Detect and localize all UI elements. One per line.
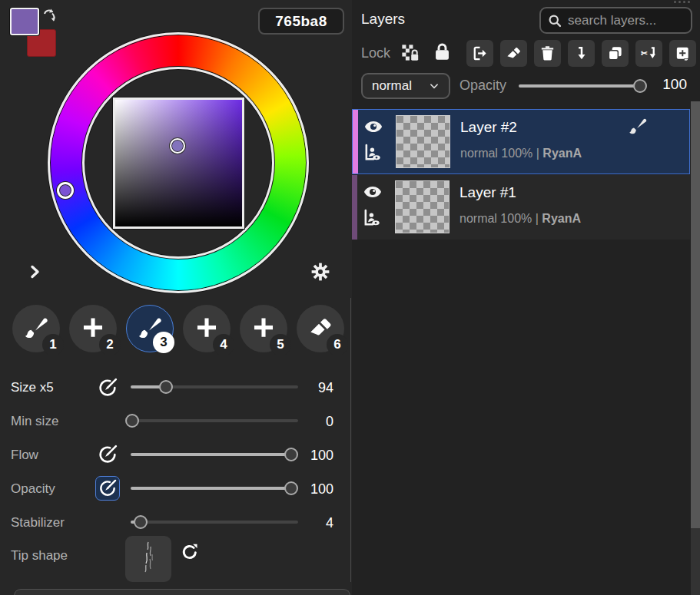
sv-marker[interactable] — [170, 138, 185, 154]
pen-pressure-icon-active[interactable] — [95, 476, 120, 501]
user-color-stripe — [352, 175, 357, 240]
saturation-value-square[interactable] — [113, 98, 244, 229]
layers-panel-title: Layers — [361, 11, 405, 28]
merge-down-icon — [572, 45, 590, 62]
delete-layer-button[interactable] — [534, 40, 561, 67]
opacity-label: Opacity — [11, 481, 55, 497]
hex-color-field[interactable]: 765ba8 — [258, 8, 344, 35]
layers-panel: Layers Lock — [352, 0, 700, 595]
slider-handle[interactable] — [159, 380, 173, 394]
slot-number-badge: 6 — [327, 334, 348, 355]
slider-handle[interactable] — [633, 79, 647, 93]
layer-opacity-slider[interactable] — [519, 84, 640, 88]
brush-slot-3-selected[interactable]: 3 — [126, 305, 174, 352]
layer-name[interactable]: Layer #1 — [459, 184, 516, 201]
cut-merge-icon: ✂ — [640, 45, 658, 62]
brush-slot-5[interactable]: 5 — [240, 305, 287, 352]
layer-opacity-value: 100 — [650, 76, 687, 93]
layer-name[interactable]: Layer #2 — [460, 119, 517, 136]
slider-handle[interactable] — [125, 414, 139, 428]
layer-info: normal 100% | RyanA — [459, 212, 581, 226]
lock-icon[interactable] — [432, 41, 453, 62]
brush-color-panel: 765ba8 1 2 — [0, 0, 352, 595]
slot-number-badge: 4 — [213, 334, 234, 355]
tip-texture — [125, 536, 171, 582]
stabilizer-label: Stabilizer — [11, 515, 65, 531]
layer-opacity-label: Opacity — [459, 78, 506, 94]
slider-handle[interactable] — [284, 481, 298, 495]
blend-mode-select[interactable]: normal — [361, 73, 450, 99]
visibility-eye-icon[interactable] — [363, 182, 383, 202]
tip-shape-preview[interactable] — [125, 536, 171, 582]
blend-mode-value: normal — [372, 78, 412, 94]
trash-icon — [539, 45, 556, 62]
alpha-lock-icon[interactable] — [400, 42, 420, 63]
brush-slot-6-eraser[interactable]: 6 — [297, 305, 344, 352]
svg-text:✂: ✂ — [641, 48, 648, 58]
primary-color-swatch[interactable] — [10, 8, 39, 35]
merge-down-button[interactable] — [568, 40, 595, 67]
slider-fill — [519, 84, 640, 88]
expand-chevron-icon[interactable] — [26, 263, 45, 281]
merge-export-icon — [471, 45, 489, 62]
min-size-slider[interactable] — [131, 419, 298, 422]
layer-author: RyanA — [542, 212, 581, 225]
min-size-label: Min size — [11, 414, 58, 429]
opacity-slider[interactable] — [131, 487, 298, 490]
stabilizer-value: 4 — [301, 515, 333, 531]
isolate-layer-icon[interactable] — [361, 207, 383, 229]
tip-shape-label: Tip shape — [11, 548, 68, 564]
add-layer-icon — [674, 45, 692, 62]
layer-search-box[interactable] — [539, 7, 692, 34]
pen-pressure-icon[interactable] — [97, 377, 118, 398]
size-label: Size x5 — [11, 380, 54, 395]
slot-number-badge: 3 — [153, 332, 174, 353]
brush-slot-4[interactable]: 4 — [183, 305, 231, 352]
panel-drag-handle-dots — [674, 1, 690, 3]
pen-pressure-icon[interactable] — [97, 444, 118, 465]
slider-fill — [131, 453, 291, 456]
slider-handle[interactable] — [284, 448, 298, 461]
reset-rotation-icon[interactable] — [180, 542, 200, 562]
size-value: 94 — [301, 380, 333, 396]
stabilizer-slider[interactable] — [131, 521, 298, 524]
min-size-value: 0 — [301, 414, 333, 430]
layer-list-scrollbar[interactable] — [691, 101, 700, 595]
cut-merge-button[interactable]: ✂ — [635, 40, 662, 67]
visibility-eye-icon[interactable] — [363, 117, 383, 137]
user-color-stripe — [353, 110, 358, 174]
isolate-layer-icon[interactable] — [362, 142, 383, 164]
layer-row-layer-2[interactable]: Layer #2 normal 100% | RyanA — [352, 109, 690, 174]
merge-export-button[interactable] — [466, 40, 493, 67]
slot-number-badge: 5 — [270, 334, 291, 355]
layer-author: RyanA — [542, 147, 582, 160]
flow-value: 100 — [301, 448, 333, 464]
active-brush-icon — [628, 116, 648, 136]
size-slider[interactable] — [131, 385, 298, 388]
lower-panel-edge — [14, 589, 350, 595]
chevron-down-icon — [429, 81, 440, 91]
lock-label: Lock — [361, 45, 390, 61]
search-icon — [547, 13, 562, 28]
flow-slider[interactable] — [131, 453, 298, 456]
slot-number-badge: 2 — [99, 334, 121, 355]
slider-handle[interactable] — [134, 515, 148, 529]
layer-thumbnail[interactable] — [396, 115, 450, 168]
brush-slot-2[interactable]: 2 — [69, 305, 117, 352]
color-settings-gear-icon[interactable] — [310, 262, 330, 282]
duplicate-icon — [606, 45, 624, 62]
layer-info: normal 100% | RyanA — [460, 147, 582, 160]
layer-row-layer-1[interactable]: Layer #1 normal 100% | RyanA — [352, 175, 690, 240]
scrollbar-thumb[interactable] — [691, 101, 700, 528]
slider-fill — [131, 487, 291, 490]
layer-thumbnail[interactable] — [395, 180, 450, 233]
search-input[interactable] — [568, 13, 675, 28]
clear-layer-button[interactable] — [500, 40, 527, 67]
duplicate-layer-button[interactable] — [602, 40, 629, 67]
panel-divider — [350, 298, 351, 582]
flow-label: Flow — [11, 448, 38, 463]
brush-slot-1[interactable]: 1 — [12, 305, 60, 352]
add-layer-button[interactable] — [669, 40, 696, 67]
swap-colors-icon[interactable] — [41, 6, 59, 25]
hue-marker[interactable] — [57, 182, 74, 199]
